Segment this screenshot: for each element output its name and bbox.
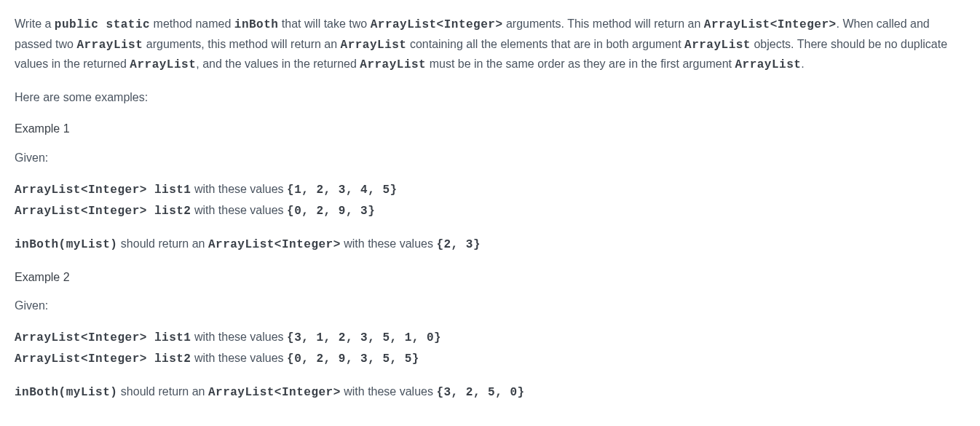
code-token: {3, 2, 5, 0}: [436, 386, 524, 399]
text: arguments, this method will return an: [143, 38, 340, 50]
example-1-declarations: ArrayList<Integer> list1 with these valu…: [15, 179, 965, 221]
declaration-list1: ArrayList<Integer> list1 with these valu…: [15, 327, 965, 348]
code-token: ArrayList<Integer> list2: [15, 205, 191, 218]
text: Write a: [15, 17, 55, 30]
text: with these values: [341, 237, 437, 250]
example-1-result: inBoth(myList) should return an ArrayLis…: [15, 234, 965, 255]
text: with these values: [191, 204, 287, 216]
text: containing all the elements that are in …: [406, 38, 684, 50]
code-token: ArrayList<Integer>: [704, 18, 837, 31]
example-2-given-label: Given:: [15, 296, 965, 315]
code-token: ArrayList: [684, 39, 751, 52]
code-token: ArrayList: [76, 39, 143, 52]
examples-intro: Here are some examples:: [15, 88, 965, 107]
code-token: {3, 1, 2, 3, 5, 1, 0}: [287, 331, 441, 344]
text: with these values: [191, 331, 287, 343]
code-token: inBoth(myList): [15, 238, 117, 251]
text: with these values: [341, 385, 437, 398]
example-2-declarations: ArrayList<Integer> list1 with these valu…: [15, 327, 965, 369]
text: must be in the same order as they are in…: [426, 58, 735, 70]
problem-intro: Write a public static method named inBot…: [15, 15, 965, 75]
code-token: {0, 2, 9, 3, 5, 5}: [287, 352, 419, 366]
example-2-heading: Example 2: [15, 268, 965, 287]
code-token: inBoth(myList): [15, 386, 117, 399]
declaration-list2: ArrayList<Integer> list2 with these valu…: [15, 348, 965, 369]
code-token: {2, 3}: [436, 238, 481, 251]
declaration-list1: ArrayList<Integer> list1 with these valu…: [15, 179, 965, 200]
text: with these values: [191, 183, 287, 195]
code-token: ArrayList<Integer>: [208, 386, 341, 399]
code-token: ArrayList: [735, 58, 801, 71]
code-token: ArrayList<Integer>: [371, 18, 503, 31]
code-token: inBoth: [234, 18, 279, 31]
code-token: {1, 2, 3, 4, 5}: [287, 184, 398, 197]
example-2-result: inBoth(myList) should return an ArrayLis…: [15, 382, 965, 403]
code-token: ArrayList: [341, 39, 407, 52]
example-1-given-label: Given:: [15, 149, 965, 167]
text: with these values: [191, 352, 287, 364]
code-token: ArrayList<Integer> list2: [15, 352, 191, 366]
text: should return an: [117, 237, 208, 250]
text: that will take two: [278, 17, 370, 30]
code-token: ArrayList: [360, 58, 426, 71]
code-token: ArrayList: [130, 58, 196, 71]
code-token: ArrayList<Integer> list1: [15, 331, 191, 344]
code-token: ArrayList<Integer> list1: [15, 184, 191, 197]
code-token: ArrayList<Integer>: [208, 238, 341, 251]
declaration-list2: ArrayList<Integer> list2 with these valu…: [15, 200, 965, 221]
text: .: [801, 58, 804, 70]
text: should return an: [117, 385, 208, 398]
text: method named: [150, 17, 234, 30]
code-token: {0, 2, 9, 3}: [287, 205, 375, 218]
example-1-heading: Example 1: [15, 119, 965, 138]
text: arguments. This method will return an: [503, 17, 704, 30]
text: , and the values in the returned: [196, 58, 360, 70]
code-token: public static: [55, 18, 150, 31]
